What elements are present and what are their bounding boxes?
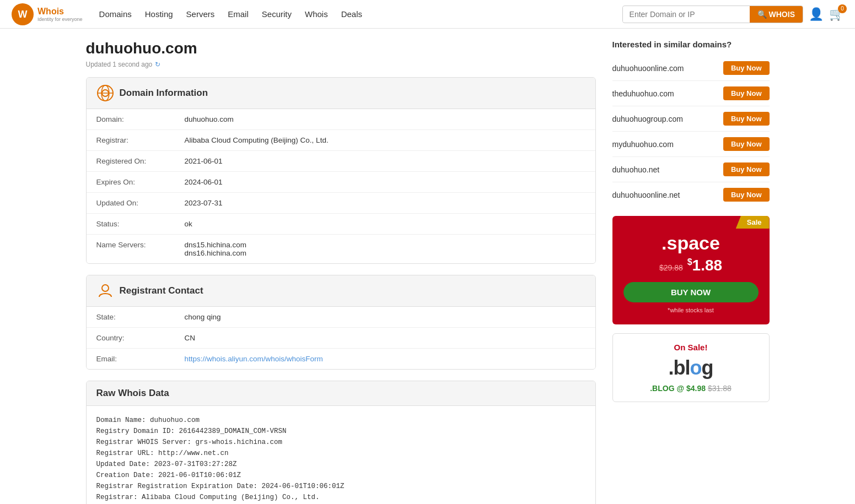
- value-updated-on: 2023-07-31: [185, 199, 223, 207]
- space-price-amount: 1.88: [692, 257, 723, 274]
- main-container: duhuohuo.com Updated 1 second ago ↻ Doma…: [75, 29, 781, 504]
- label-country: Country:: [96, 334, 185, 342]
- suggestion-0: duhuohuoonline.com Buy Now: [612, 56, 770, 81]
- blog-promo: On Sale! .blog .BLOG @ $4.98 $31.88: [612, 333, 770, 402]
- sidebar: Interested in similar domains? duhuohuoo…: [612, 40, 770, 504]
- logo[interactable]: W Whois Identity for everyone: [11, 3, 83, 26]
- domain-info-title: Domain Information: [120, 88, 208, 99]
- raw-whois-body: Domain Name: duhuohuo.com Registry Domai…: [87, 406, 595, 504]
- raw-whois-header: Raw Whois Data: [87, 381, 595, 406]
- value-registrar: Alibaba Cloud Computing (Beijing) Co., L…: [185, 136, 329, 144]
- buy-now-button-4[interactable]: Buy Now: [723, 162, 770, 176]
- info-row-country: Country: CN: [87, 328, 595, 349]
- suggestion-3: myduhuohuo.com Buy Now: [612, 132, 770, 157]
- value-expires-on: 2024-06-01: [185, 178, 223, 186]
- suggestion-domain-4: duhuohuo.net: [612, 165, 660, 174]
- value-status: ok: [185, 220, 192, 228]
- content-column: duhuohuo.com Updated 1 second ago ↻ Doma…: [86, 40, 596, 504]
- space-dollar: $: [687, 257, 692, 267]
- domain-suggestions: duhuohuoonline.com Buy Now theduhuohuo.c…: [612, 56, 770, 207]
- space-price-new: $1.88: [687, 257, 722, 274]
- suggestion-domain-0: duhuohuoonline.com: [612, 64, 684, 73]
- label-updated-on: Updated On:: [96, 199, 185, 207]
- header: W Whois Identity for everyone Domains Ho…: [0, 0, 855, 29]
- info-row-registrar: Registrar: Alibaba Cloud Computing (Beij…: [87, 130, 595, 151]
- registrant-contact-card: Registrant Contact State: chong qing Cou…: [86, 275, 596, 370]
- registrant-contact-title: Registrant Contact: [120, 285, 203, 296]
- suggestion-2: duhuohuogroup.com Buy Now: [612, 106, 770, 132]
- user-icon[interactable]: 👤: [809, 7, 824, 21]
- nav-hosting[interactable]: Hosting: [145, 7, 173, 21]
- suggestion-5: duhuohuoonline.net Buy Now: [612, 182, 770, 207]
- suggestion-domain-1: theduhuohuo.com: [612, 89, 674, 98]
- updated-text: Updated 1 second ago: [86, 61, 153, 68]
- raw-whois-content: Domain Name: duhuohuo.com Registry Domai…: [96, 415, 585, 504]
- buy-now-button-3[interactable]: Buy Now: [723, 137, 770, 151]
- suggestion-domain-5: duhuohuoonline.net: [612, 191, 680, 199]
- nav-security[interactable]: Security: [262, 7, 292, 21]
- suggestion-4: duhuohuo.net Buy Now: [612, 157, 770, 182]
- suggestion-domain-2: duhuohuogroup.com: [612, 115, 683, 123]
- value-country: CN: [185, 334, 196, 342]
- sale-badge: Sale: [736, 216, 770, 229]
- blog-price: .BLOG @ $4.98 $31.88: [622, 384, 760, 393]
- search-input[interactable]: [623, 7, 750, 22]
- label-domain: Domain:: [96, 115, 185, 123]
- space-domain-text: .space: [623, 232, 759, 254]
- registrant-icon: [96, 282, 114, 300]
- blog-price-strike: $31.88: [708, 384, 732, 393]
- blog-logo: .blog: [622, 356, 760, 380]
- info-row-updated-on: Updated On: 2023-07-31: [87, 193, 595, 214]
- info-row-status: Status: ok: [87, 214, 595, 235]
- info-row-state: State: chong qing: [87, 307, 595, 328]
- sidebar-heading: Interested in similar domains?: [612, 40, 770, 49]
- nav-whois[interactable]: Whois: [305, 7, 328, 21]
- buy-now-button-5[interactable]: Buy Now: [723, 188, 770, 202]
- registrant-contact-body: State: chong qing Country: CN Email: htt…: [87, 307, 595, 369]
- value-registered-on: 2021-06-01: [185, 157, 223, 165]
- domain-info-card: Domain Information Domain: duhuohuo.com …: [86, 77, 596, 264]
- main-nav: Domains Hosting Servers Email Security W…: [99, 7, 622, 21]
- page-title: duhuohuo.com: [86, 40, 596, 57]
- refresh-icon[interactable]: ↻: [155, 61, 160, 68]
- space-buy-button[interactable]: BUY NOW: [623, 282, 759, 302]
- info-row-nameservers: Name Servers: dns15.hichina.com dns16.hi…: [87, 235, 595, 263]
- label-registered-on: Registered On:: [96, 157, 185, 165]
- buy-now-button-2[interactable]: Buy Now: [723, 112, 770, 126]
- suggestion-1: theduhuohuo.com Buy Now: [612, 81, 770, 106]
- search-icon: 🔍: [757, 10, 767, 19]
- value-email[interactable]: https://whois.aliyun.com/whois/whoisForm: [185, 355, 323, 363]
- registrant-contact-header: Registrant Contact: [87, 275, 595, 307]
- nav-deals[interactable]: Deals: [341, 7, 362, 21]
- search-button[interactable]: 🔍 WHOIS: [750, 6, 803, 23]
- nav-servers[interactable]: Servers: [186, 7, 215, 21]
- updated-info: Updated 1 second ago ↻: [86, 61, 596, 68]
- space-promo: Sale .space $29.88 $1.88 BUY NOW *while …: [612, 216, 770, 324]
- domain-info-body: Domain: duhuohuo.com Registrar: Alibaba …: [87, 109, 595, 263]
- info-row-expires-on: Expires On: 2024-06-01: [87, 172, 595, 193]
- logo-icon: W: [11, 3, 34, 26]
- nav-domains[interactable]: Domains: [99, 7, 132, 21]
- stocks-note: *while stocks last: [623, 307, 759, 313]
- space-pricing: $29.88 $1.88: [623, 257, 759, 274]
- suggestion-domain-3: myduhuohuo.com: [612, 140, 674, 149]
- label-email: Email:: [96, 355, 185, 363]
- logo-text: Whois Identity for everyone: [37, 7, 83, 22]
- search-box: 🔍 WHOIS: [622, 6, 803, 23]
- domain-info-icon: [96, 84, 114, 102]
- blog-price-label: .BLOG @ $4.98: [650, 384, 706, 393]
- value-domain: duhuohuo.com: [185, 115, 234, 123]
- nav-email[interactable]: Email: [228, 7, 249, 21]
- cart-icon[interactable]: 🛒 0: [829, 7, 844, 21]
- space-price-old: $29.88: [659, 263, 683, 272]
- search-button-label: WHOIS: [769, 10, 795, 19]
- buy-now-button-1[interactable]: Buy Now: [723, 86, 770, 100]
- info-row-email: Email: https://whois.aliyun.com/whois/wh…: [87, 349, 595, 369]
- label-status: Status:: [96, 220, 185, 228]
- value-nameservers: dns15.hichina.com dns16.hichina.com: [185, 241, 247, 257]
- domain-info-header: Domain Information: [87, 78, 595, 109]
- blog-on-sale: On Sale!: [622, 343, 760, 352]
- buy-now-button-0[interactable]: Buy Now: [723, 61, 770, 75]
- info-row-domain: Domain: duhuohuo.com: [87, 109, 595, 130]
- cart-count: 0: [838, 4, 847, 13]
